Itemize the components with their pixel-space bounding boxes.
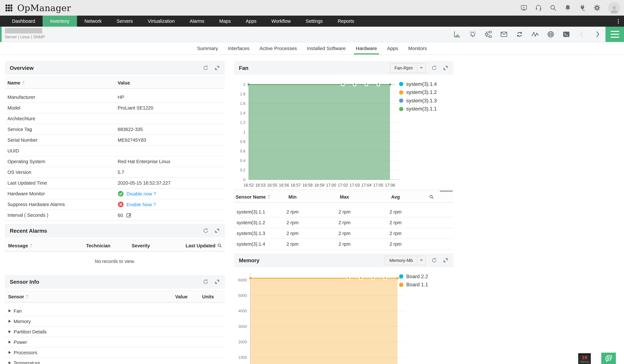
expand-icon[interactable] bbox=[214, 228, 220, 234]
legend-item[interactable]: system(3).1.3 bbox=[399, 97, 437, 105]
row-value-text: 2020-05-15 16:52:37.227 bbox=[118, 180, 171, 185]
integrations-plug-icon[interactable] bbox=[579, 4, 586, 11]
hardware-alarm-bell-icon[interactable] bbox=[469, 30, 476, 38]
chat-support-button[interactable] bbox=[601, 353, 616, 364]
svg-text:16:53: 16:53 bbox=[255, 183, 265, 187]
sensor-col-sensor[interactable]: Sensor bbox=[8, 294, 29, 299]
overview-col-name[interactable]: Name bbox=[7, 80, 25, 85]
legend-dot bbox=[399, 107, 403, 111]
row-value-text[interactable]: Disable now ? bbox=[127, 191, 156, 196]
monitor-pulse-icon[interactable] bbox=[531, 30, 539, 38]
settings-gear-icon[interactable] bbox=[594, 4, 601, 11]
nav-item-virtualization[interactable]: Virtualization bbox=[140, 16, 182, 27]
row-value-text[interactable]: Enable Now ? bbox=[127, 202, 156, 207]
row-value: ProLiant SE1220 bbox=[118, 105, 153, 110]
nav-item-network[interactable]: Network bbox=[77, 16, 109, 27]
nav-item-maps[interactable]: Maps bbox=[212, 16, 238, 27]
nav-item-workflow[interactable]: Workflow bbox=[264, 16, 298, 27]
stat-cell: 2 rpm bbox=[333, 220, 356, 225]
alarms-col-message[interactable]: Message bbox=[8, 243, 33, 248]
workflow-icon[interactable] bbox=[485, 30, 492, 38]
sensor-group-row[interactable]: Temperature bbox=[5, 358, 225, 364]
alarms-col-technician: Technician bbox=[86, 243, 110, 248]
legend-item[interactable]: system(3).1.4 bbox=[399, 80, 437, 88]
svg-text:0.4: 0.4 bbox=[240, 158, 245, 163]
sensor-group-row[interactable]: Processors bbox=[5, 347, 225, 358]
tab-monitors[interactable]: Monitors bbox=[408, 42, 428, 54]
search-icon[interactable] bbox=[549, 4, 557, 11]
svg-text:0.8: 0.8 bbox=[240, 139, 245, 144]
legend-label: system(3).1.1 bbox=[406, 106, 437, 112]
mail-icon[interactable] bbox=[500, 30, 508, 38]
row-value-text: ProLiant SE1220 bbox=[118, 105, 153, 110]
row-name: OS Version bbox=[7, 170, 31, 175]
memory-metric-dropdown[interactable]: Memory-Mb bbox=[385, 256, 426, 265]
sensor-group-row[interactable]: Fan bbox=[5, 306, 225, 316]
refresh-icon[interactable] bbox=[203, 65, 209, 71]
nav-kebab-icon[interactable] bbox=[616, 16, 622, 27]
legend-item[interactable]: Board 1.1 bbox=[399, 281, 428, 289]
refresh-icon[interactable] bbox=[431, 65, 437, 71]
nav-item-apps[interactable]: Apps bbox=[238, 16, 264, 27]
legend-label: system(3).1.2 bbox=[406, 90, 437, 95]
sort-icon[interactable] bbox=[30, 243, 33, 248]
nav-item-alarms[interactable]: Alarms bbox=[182, 16, 212, 27]
chevron-right-icon[interactable] bbox=[594, 30, 601, 38]
sensor-group-label: Power bbox=[14, 339, 27, 345]
sort-icon[interactable] bbox=[22, 80, 25, 85]
expand-icon[interactable] bbox=[443, 65, 448, 71]
sort-icon[interactable] bbox=[26, 294, 29, 299]
support-headset-icon[interactable] bbox=[535, 4, 542, 11]
nav-item-dashboard[interactable]: Dashboard bbox=[4, 16, 43, 27]
legend-dot bbox=[399, 90, 403, 95]
search-icon[interactable] bbox=[429, 194, 434, 199]
refresh-icon[interactable] bbox=[203, 228, 209, 234]
edit-icon[interactable] bbox=[126, 212, 132, 218]
svg-text:17:04: 17:04 bbox=[362, 183, 372, 187]
recent-alarms-title: Recent Alarms bbox=[10, 228, 197, 234]
caret-right-icon bbox=[8, 350, 11, 353]
performance-graph-icon[interactable] bbox=[453, 30, 461, 38]
refresh-icon[interactable] bbox=[431, 258, 437, 263]
search-icon[interactable] bbox=[217, 243, 222, 248]
device-menu-button[interactable] bbox=[605, 27, 624, 42]
legend-label: Board 1.1 bbox=[406, 282, 428, 288]
legend-label: system(3).1.3 bbox=[406, 98, 437, 104]
legend-item[interactable]: system(3).1.1 bbox=[399, 105, 437, 113]
user-avatar[interactable] bbox=[608, 2, 620, 14]
sensor-group-row[interactable]: Partition Details bbox=[5, 327, 225, 337]
web-globe-icon[interactable] bbox=[547, 30, 554, 38]
sensor-group-row[interactable]: Power bbox=[5, 337, 225, 347]
nav-item-servers[interactable]: Servers bbox=[109, 16, 140, 27]
expand-icon[interactable] bbox=[214, 65, 220, 71]
tab-interfaces[interactable]: Interfaces bbox=[227, 42, 250, 54]
tab-installed-software[interactable]: Installed Software bbox=[306, 42, 346, 54]
tab-apps[interactable]: Apps bbox=[387, 42, 399, 54]
tab-summary[interactable]: Summary bbox=[196, 42, 219, 54]
expand-icon[interactable] bbox=[443, 258, 448, 263]
row-name: UUID bbox=[7, 148, 19, 154]
app-grid-icon[interactable] bbox=[5, 4, 13, 12]
alarm-count-widget[interactable]: 19 Alarms bbox=[578, 353, 591, 364]
rediscover-sync-icon[interactable] bbox=[516, 30, 523, 38]
tab-hardware[interactable]: Hardware bbox=[355, 42, 378, 54]
fan-metric-dropdown[interactable]: Fan-Rpm bbox=[390, 63, 426, 73]
sensor-group-row[interactable]: Memory bbox=[5, 316, 225, 327]
sensor-col-value: Value bbox=[175, 294, 187, 299]
notifications-bell-icon[interactable] bbox=[564, 4, 571, 11]
nav-item-inventory[interactable]: Inventory bbox=[43, 16, 77, 27]
training-presentation-icon[interactable] bbox=[520, 4, 527, 11]
stat-cell: 2 rpm bbox=[384, 231, 407, 236]
legend-item[interactable]: Board 2.2 bbox=[399, 272, 428, 281]
sort-icon[interactable] bbox=[267, 195, 270, 199]
horizontal-scrollbar[interactable] bbox=[440, 190, 453, 192]
stats-col-sensorname[interactable]: Sensor Name bbox=[236, 194, 270, 199]
expand-icon[interactable] bbox=[214, 279, 220, 285]
terminal-icon[interactable] bbox=[563, 30, 570, 38]
legend-item[interactable]: system(3).1.2 bbox=[399, 88, 437, 97]
nav-item-settings[interactable]: Settings bbox=[298, 16, 330, 27]
refresh-icon[interactable] bbox=[203, 279, 209, 285]
nav-item-reports[interactable]: Reports bbox=[330, 16, 362, 27]
tab-active-processes[interactable]: Active Processes bbox=[259, 42, 298, 54]
stat-cell: system(3).1.2 bbox=[237, 220, 265, 225]
